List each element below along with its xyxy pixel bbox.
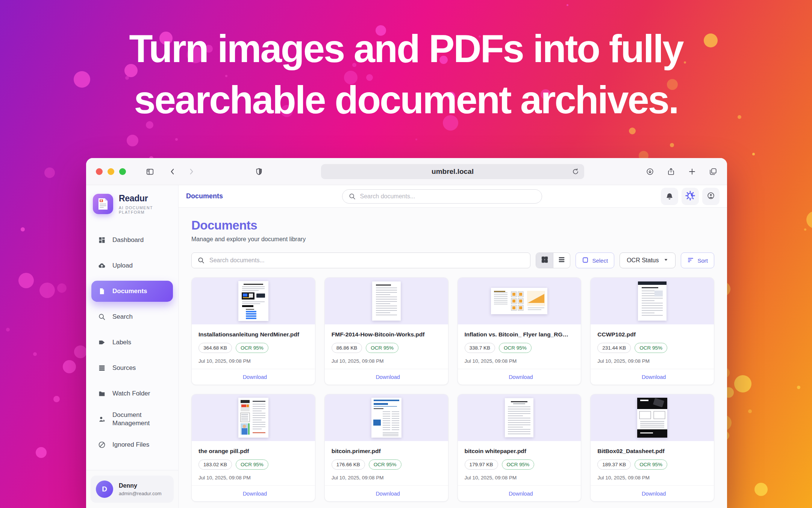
file-size-badge: 231.44 KB <box>597 343 631 353</box>
list-view-button[interactable] <box>553 253 570 268</box>
sidebar-item-label: Watch Folder <box>112 389 150 398</box>
tab-overview-icon[interactable] <box>709 167 717 176</box>
sidebar-item-dashboard[interactable]: Dashboard <box>91 230 173 251</box>
select-button[interactable]: Select <box>576 252 614 268</box>
ocr-status-dropdown[interactable]: OCR Status <box>620 252 676 268</box>
sort-button[interactable]: Sort <box>681 252 714 268</box>
user-gear-icon <box>98 415 106 423</box>
sidebar-item-document-management[interactable]: Document Management <box>91 409 173 430</box>
sort-icon <box>687 257 694 265</box>
document-title: Installationsanleitung NerdMiner.pdf <box>198 330 304 338</box>
document-card[interactable]: Inflation vs. Bitcoin_ Flyer lang_RGB.pd… <box>458 277 582 385</box>
user-card[interactable]: D Denny admin@readur.com <box>91 476 174 503</box>
decorative-dot <box>670 143 674 147</box>
sidebar-toggle-icon[interactable] <box>146 167 154 176</box>
more-options-icon[interactable] <box>440 330 441 332</box>
document-thumbnail <box>591 394 714 441</box>
sort-button-label: Sort <box>697 257 708 264</box>
grid-view-icon <box>541 256 549 265</box>
grid-view-button[interactable] <box>536 253 553 268</box>
download-link[interactable]: Download <box>192 485 315 501</box>
document-thumbnail <box>458 394 581 441</box>
download-link[interactable]: Download <box>591 369 714 385</box>
sidebar-item-sources[interactable]: Sources <box>91 357 173 379</box>
main-content: Documents Manage and explore your docume… <box>179 208 727 508</box>
document-card[interactable]: bitcoin whitepaper.pdf 179.97 KB OCR 95%… <box>458 394 582 502</box>
reload-icon[interactable] <box>571 167 580 176</box>
more-options-icon[interactable] <box>706 447 707 449</box>
decorative-dot <box>39 283 55 298</box>
document-card[interactable]: Installationsanleitung NerdMiner.pdf 364… <box>191 277 315 385</box>
documents-search-input[interactable]: Search documents... <box>191 252 530 268</box>
document-date: Jul 10, 2025, 09:08 PM <box>198 475 308 481</box>
account-button[interactable] <box>702 188 720 205</box>
sidebar-item-ignored-files[interactable]: Ignored Files <box>91 434 173 455</box>
decorative-dot <box>806 211 812 228</box>
folder-icon <box>98 389 106 398</box>
global-search-input[interactable]: Search documents... <box>342 189 542 204</box>
share-icon[interactable] <box>667 167 675 176</box>
document-title: bitcoin.primer.pdf <box>332 447 437 455</box>
brand-tagline: AI DOCUMENT PLATFORM <box>119 205 171 214</box>
document-title: FMF-2014-How-Bitcoin-Works.pdf <box>332 330 437 338</box>
more-options-icon[interactable] <box>440 447 441 449</box>
download-link[interactable]: Download <box>591 485 714 501</box>
document-thumbnail <box>458 278 581 324</box>
sidebar-item-label: Dashboard <box>112 236 144 244</box>
document-card[interactable]: CCWP102.pdf 231.44 KB OCR 95% Jul 10, 20… <box>590 277 714 385</box>
document-card[interactable]: the orange pill.pdf 183.02 KB OCR 95% Ju… <box>191 394 315 502</box>
more-options-icon[interactable] <box>307 330 308 332</box>
document-title: bitcoin whitepaper.pdf <box>465 447 570 455</box>
privacy-shield-icon[interactable] <box>255 167 263 176</box>
more-options-icon[interactable] <box>706 330 707 332</box>
file-size-badge: 176.66 KB <box>332 459 365 470</box>
ocr-status-badge: OCR 95% <box>635 459 667 470</box>
back-icon[interactable] <box>168 167 177 176</box>
sidebar-item-labels[interactable]: Labels <box>91 332 173 353</box>
forward-icon[interactable] <box>187 167 195 176</box>
document-title: the orange pill.pdf <box>198 447 304 455</box>
chevron-down-icon <box>664 257 668 264</box>
document-date: Jul 10, 2025, 09:08 PM <box>465 358 574 364</box>
decorative-dot <box>53 396 60 402</box>
sidebar-item-watch-folder[interactable]: Watch Folder <box>91 383 173 404</box>
theme-toggle-button[interactable] <box>682 188 699 205</box>
download-link[interactable]: Download <box>325 485 448 501</box>
document-card[interactable]: FMF-2014-How-Bitcoin-Works.pdf 86.86 KB … <box>324 277 448 385</box>
zoom-window-button[interactable] <box>119 168 126 175</box>
document-card[interactable]: bitcoin.primer.pdf 176.66 KB OCR 95% Jul… <box>324 394 448 502</box>
more-options-icon[interactable] <box>307 447 308 449</box>
decorative-dot <box>734 375 751 392</box>
notifications-button[interactable] <box>661 188 678 205</box>
document-date: Jul 10, 2025, 09:08 PM <box>597 475 707 481</box>
minimize-window-button[interactable] <box>108 168 114 175</box>
breadcrumb[interactable]: Documents <box>186 192 223 200</box>
document-card[interactable]: BitBox02_Datasheet.pdf 189.37 KB OCR 95%… <box>590 394 714 502</box>
sidebar-item-upload[interactable]: Upload <box>91 255 173 276</box>
download-link[interactable]: Download <box>458 485 581 501</box>
document-thumbnail <box>325 278 448 324</box>
documents-toolbar: Search documents... Select OCR Status <box>191 252 714 268</box>
sidebar-item-label: Search <box>112 313 133 321</box>
more-options-icon[interactable] <box>573 330 574 332</box>
decorative-dot <box>804 228 806 231</box>
brand: R Readur AI DOCUMENT PLATFORM <box>86 185 178 222</box>
more-options-icon[interactable] <box>573 447 574 449</box>
decorative-dot <box>175 138 178 141</box>
decorative-dot <box>754 483 768 496</box>
document-thumbnail <box>591 278 714 324</box>
search-icon <box>348 192 356 201</box>
decorative-dot <box>18 273 34 288</box>
downloads-icon[interactable] <box>646 167 654 176</box>
new-tab-icon[interactable] <box>688 167 696 176</box>
file-size-badge: 183.02 KB <box>198 459 232 470</box>
download-link[interactable]: Download <box>458 369 581 385</box>
page-title: Documents <box>191 218 714 233</box>
decorative-dot <box>629 128 636 134</box>
close-window-button[interactable] <box>96 168 103 175</box>
address-bar[interactable]: umbrel.local <box>321 164 584 179</box>
sidebar-item-documents[interactable]: Documents <box>91 281 173 302</box>
download-link[interactable]: Download <box>192 369 315 385</box>
sidebar-item-search[interactable]: Search <box>91 306 173 327</box>
download-link[interactable]: Download <box>325 369 448 385</box>
